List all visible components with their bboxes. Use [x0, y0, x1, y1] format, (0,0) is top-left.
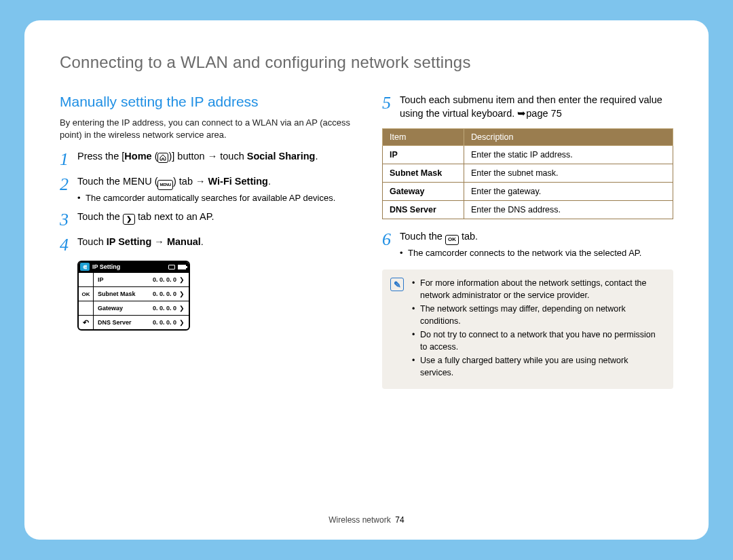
panel-row: Gateway 0. 0. 0. 0 ❯ — [79, 301, 189, 315]
step-3: 3 Touch the ❯ tab next to an AP. — [60, 210, 351, 229]
text: touch — [217, 151, 247, 162]
menu-icon: MENU — [157, 180, 172, 190]
table-desc: Enter the gateway. — [464, 183, 673, 201]
table-row: IP Enter the static IP address. — [383, 146, 673, 164]
text: Touch the MENU ( — [77, 176, 157, 187]
record-icon — [168, 265, 175, 269]
panel-label: DNS Server — [94, 319, 153, 326]
panel-title: IP Setting — [92, 263, 120, 270]
ok-icon: OK — [445, 235, 459, 245]
panel-row: ↶ DNS Server 0. 0. 0. 0 ❯ — [79, 315, 189, 329]
panel-value: 0. 0. 0. 0 — [153, 276, 179, 283]
text: tab. — [459, 231, 478, 242]
note-item: Use a fully charged battery while you ar… — [412, 355, 662, 379]
chevron-right-icon: ❯ — [179, 319, 189, 326]
step-1: 1 Press the [Home ()] button → touch Soc… — [60, 150, 351, 168]
note-box: ✎ For more information about the network… — [382, 269, 673, 389]
table-row: Gateway Enter the gateway. — [383, 183, 673, 201]
table-desc: Enter the subnet mask. — [464, 164, 673, 183]
page-footer: Wireless network 74 — [24, 515, 709, 525]
panel-label: Gateway — [94, 305, 153, 312]
panel-value: 0. 0. 0. 0 — [153, 305, 179, 312]
panel-row: OK Subnet Mask 0. 0. 0. 0 ❯ — [79, 286, 189, 301]
step-5: 5 Touch each submenu item and then enter… — [382, 94, 673, 120]
text: ] button — [172, 151, 207, 162]
panel-value: 0. 0. 0. 0 — [153, 319, 179, 326]
panel-side-button — [79, 301, 94, 315]
wifi-icon: ⋐ — [80, 263, 90, 271]
text: Press the [ — [77, 151, 124, 162]
step-number: 6 — [382, 230, 400, 248]
step-number: 4 — [60, 236, 77, 254]
table-desc: Enter the static IP address. — [464, 146, 673, 164]
text: Touch — [77, 236, 107, 247]
panel-value: 0. 0. 0. 0 — [153, 291, 179, 297]
step-text: Touch each submenu item and then enter t… — [400, 94, 673, 120]
step-text: Press the [Home ()] button → touch Socia… — [77, 150, 351, 164]
footer-section: Wireless network — [328, 515, 390, 525]
step-number: 2 — [60, 175, 77, 193]
two-column-layout: Manually setting the IP address By enter… — [60, 94, 673, 389]
chevron-right-icon: ❯ — [179, 291, 189, 297]
panel-header: ⋐ IP Setting — [79, 262, 189, 272]
note-icon: ✎ — [390, 278, 404, 291]
bold-text: IP Setting — [107, 236, 152, 247]
note-list: For more information about the network s… — [412, 278, 662, 381]
table-desc: Enter the DNS address. — [464, 201, 673, 219]
bold-text: Manual — [167, 236, 201, 247]
steps-list-right: 5 Touch each submenu item and then enter… — [382, 94, 673, 120]
table-item: DNS Server — [383, 201, 464, 219]
ip-setting-panel: ⋐ IP Setting IP 0. 0. 0. 0 ❯ OK Subnet M… — [77, 261, 190, 331]
chevron-right-icon: ❯ — [179, 276, 189, 283]
step-4: 4 Touch IP Setting → Manual. — [60, 236, 351, 254]
step-number: 5 — [382, 94, 400, 112]
text: . — [268, 176, 271, 187]
manual-page: Connecting to a WLAN and configuring net… — [24, 20, 709, 540]
bold-text: Social Sharing — [247, 151, 316, 162]
panel-label: Subnet Mask — [94, 291, 153, 297]
ok-button: OK — [79, 287, 94, 301]
text: Touch the — [77, 211, 123, 222]
note-item: Do not try to connect to a network that … — [412, 329, 662, 353]
steps-list-right-2: 6 Touch the OK tab. The camcorder connec… — [382, 230, 673, 259]
step-text: Touch the MENU (MENU) tab → Wi-Fi Settin… — [77, 175, 351, 204]
step-6: 6 Touch the OK tab. The camcorder connec… — [382, 230, 673, 259]
step-text: Touch IP Setting → Manual. — [77, 236, 351, 249]
intro-paragraph: By entering the IP address, you can conn… — [60, 117, 351, 141]
step-text: Touch the ❯ tab next to an AP. — [77, 210, 351, 225]
text: tab next to an AP. — [135, 211, 214, 222]
arrow-icon: → — [151, 236, 167, 247]
table-item: Subnet Mask — [383, 164, 464, 183]
chevron-right-icon: ❯ — [179, 305, 189, 312]
arrow-icon: → — [195, 176, 206, 187]
description-table: Item Description IP Enter the static IP … — [382, 128, 673, 219]
footer-page-number: 74 — [395, 515, 404, 525]
text: ) tab — [173, 176, 195, 187]
chevron-right-icon: ❯ — [123, 214, 135, 225]
steps-list-left: 1 Press the [Home ()] button → touch Soc… — [60, 150, 351, 254]
step-sub-bullet: The camcorder automatically searches for… — [77, 192, 351, 204]
table-header-description: Description — [464, 129, 673, 146]
table-row: DNS Server Enter the DNS address. — [383, 201, 673, 219]
step-number: 1 — [60, 150, 77, 168]
panel-side-button — [79, 273, 94, 286]
table-item: Gateway — [383, 183, 464, 201]
home-word: Home — [124, 151, 151, 162]
back-button: ↶ — [79, 316, 94, 329]
text: . — [315, 151, 318, 162]
text: Touch the — [400, 231, 445, 242]
page-ref-icon: ➥ — [517, 108, 526, 119]
right-column: 5 Touch each submenu item and then enter… — [382, 94, 673, 389]
note-item: For more information about the network s… — [412, 278, 662, 301]
arrow-icon: → — [208, 151, 218, 162]
page-reference: page 75 — [526, 108, 561, 119]
step-number: 3 — [60, 210, 77, 229]
page-title: Connecting to a WLAN and configuring net… — [60, 53, 673, 72]
table-item: IP — [383, 146, 464, 164]
text: . — [201, 236, 204, 247]
note-item: The network settings may differ, dependi… — [412, 303, 662, 327]
left-column: Manually setting the IP address By enter… — [60, 94, 351, 389]
table-header-item: Item — [383, 129, 464, 146]
panel-row: IP 0. 0. 0. 0 ❯ — [79, 272, 189, 286]
bold-text: Wi-Fi Setting — [208, 176, 268, 187]
